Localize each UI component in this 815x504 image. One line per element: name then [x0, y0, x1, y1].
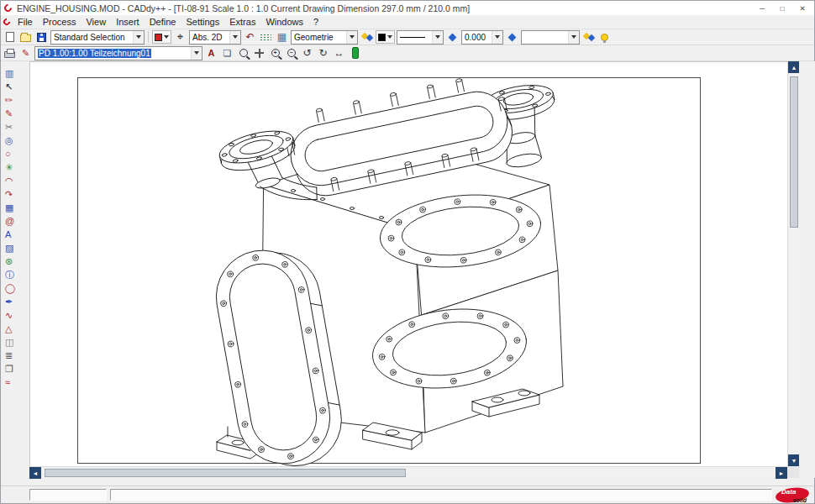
- construction-lines-button[interactable]: [259, 30, 273, 45]
- horizontal-scroll-thumb[interactable]: [45, 469, 406, 477]
- solid-tool-icon[interactable]: ◫: [1, 335, 26, 349]
- undo-icon: ↶: [245, 31, 254, 43]
- layer-indicator: [348, 46, 362, 60]
- copy-view-button[interactable]: ❏: [220, 46, 234, 60]
- polygon-tool-icon[interactable]: △: [1, 322, 26, 335]
- view-options-icon[interactable]: ⊛: [1, 255, 26, 268]
- chevron-down-icon: [136, 35, 141, 39]
- rotate-ccw-icon: ↺: [302, 47, 311, 59]
- line-style-dropdown[interactable]: [432, 31, 443, 44]
- rotate-view-cw-button[interactable]: ↻: [316, 46, 330, 60]
- line-style-combo[interactable]: [397, 30, 444, 45]
- cut-tool-icon[interactable]: ✂: [1, 120, 26, 134]
- grid-tool-icon[interactable]: ▦: [1, 201, 26, 214]
- info-tool-icon[interactable]: ⓘ: [1, 268, 26, 281]
- measure-button[interactable]: ↔: [332, 46, 346, 60]
- chevron-down-icon: [350, 35, 355, 39]
- selection-mode-combo[interactable]: Standard Selection: [50, 30, 145, 45]
- pencil-draw-icon[interactable]: ✏: [1, 93, 26, 107]
- minimize-button[interactable]: ─: [752, 2, 772, 14]
- title-bar: ENGINE_HOUSING.MOD - CADdy++ - [TI-08-91…: [1, 1, 814, 15]
- rotate-view-ccw-button[interactable]: ↺: [300, 46, 314, 60]
- pencil-edit-icon[interactable]: ✎: [1, 107, 26, 120]
- zoom-select-button[interactable]: [236, 46, 250, 60]
- point-tool-icon[interactable]: ✳: [1, 160, 26, 174]
- arc-tool-icon[interactable]: ◠: [1, 174, 26, 187]
- text-tool-icon[interactable]: A: [1, 228, 26, 241]
- pan-button[interactable]: [252, 46, 266, 60]
- pages-tool-icon[interactable]: ❐: [1, 362, 26, 375]
- pen-combo[interactable]: [521, 30, 580, 45]
- coordinate-mode-dropdown[interactable]: [229, 31, 240, 44]
- light-bulb-icon: [601, 34, 608, 41]
- menu-insert[interactable]: Insert: [111, 15, 145, 29]
- curve-tool-icon[interactable]: ↷: [1, 187, 26, 201]
- group-name-combo[interactable]: Geometrie: [291, 30, 358, 45]
- menu-settings[interactable]: Settings: [181, 15, 224, 29]
- freehand-tool-icon[interactable]: ∿: [1, 308, 26, 322]
- pen-color-dropdown[interactable]: [152, 30, 171, 44]
- menu-process[interactable]: Process: [38, 15, 82, 29]
- undo-button[interactable]: ↶: [243, 30, 257, 45]
- attributes-button[interactable]: [581, 30, 596, 45]
- selection-mode-value: Standard Selection: [54, 33, 131, 42]
- line-width-indicator-button[interactable]: [445, 30, 460, 45]
- new-file-button[interactable]: [3, 30, 17, 45]
- layer-colors-button[interactable]: [360, 30, 374, 45]
- print-button[interactable]: [3, 46, 17, 60]
- pan-cross-icon: [255, 49, 264, 58]
- document-menu-icon[interactable]: [2, 17, 11, 26]
- save-button[interactable]: [34, 30, 49, 45]
- menu-windows[interactable]: Windows: [260, 15, 308, 29]
- maximize-button[interactable]: □: [772, 2, 792, 14]
- menu-define[interactable]: Define: [145, 15, 181, 29]
- pen-tool-icon[interactable]: ✒: [1, 295, 26, 308]
- pen-dropdown[interactable]: [568, 31, 579, 44]
- snap-target-button[interactable]: ⌖: [173, 30, 187, 45]
- line-color-dropdown[interactable]: [376, 30, 395, 44]
- zoom-in-button[interactable]: +: [268, 46, 282, 60]
- grid-icon: ▦: [277, 31, 287, 43]
- active-drawing-combo[interactable]: PD 1.00:1.00 Teilzeichnung01: [34, 46, 202, 60]
- measure-icon: ↔: [334, 47, 344, 59]
- status-field-coordinates: [29, 489, 107, 501]
- group-name-value: Geometrie: [294, 33, 344, 42]
- scroll-down-button[interactable]: ▼: [788, 454, 800, 466]
- save-icon: [37, 33, 46, 42]
- scroll-left-button[interactable]: ◄: [29, 467, 41, 479]
- brightness-button[interactable]: [597, 30, 612, 45]
- menu-extras[interactable]: Extras: [224, 15, 260, 29]
- annotate-button[interactable]: A: [204, 46, 218, 60]
- edit-drawing-button[interactable]: ✎: [18, 46, 33, 60]
- select-cursor-icon[interactable]: ↖: [1, 80, 26, 93]
- target-icon: ⌖: [177, 30, 183, 44]
- group-name-dropdown[interactable]: [346, 31, 357, 44]
- wave-tool-icon[interactable]: ≈: [1, 375, 26, 389]
- layers-tool-icon[interactable]: ≣: [1, 349, 26, 362]
- drawing-canvas[interactable]: [29, 61, 787, 466]
- snap-target-icon[interactable]: ◎: [1, 134, 26, 147]
- spiral-tool-icon[interactable]: @: [1, 214, 26, 228]
- line-width-dropdown[interactable]: [492, 31, 502, 44]
- vertical-scroll-thumb[interactable]: [790, 76, 798, 228]
- menu-file[interactable]: File: [13, 15, 38, 29]
- circle-tool-icon[interactable]: ○: [1, 147, 26, 160]
- menu-view[interactable]: View: [81, 15, 111, 29]
- grid-toggle-button[interactable]: ▦: [275, 30, 289, 45]
- zoom-out-button[interactable]: −: [284, 46, 298, 60]
- selection-mode-dropdown[interactable]: [133, 31, 144, 44]
- scroll-right-button[interactable]: ►: [776, 467, 787, 479]
- menu-help[interactable]: ?: [308, 15, 323, 29]
- ellipse-tool-icon[interactable]: ◯: [1, 281, 26, 295]
- scroll-up-button[interactable]: ▲: [788, 61, 800, 73]
- scrollbar-corner: [787, 466, 799, 478]
- active-drawing-dropdown[interactable]: [191, 47, 202, 60]
- pen-indicator-button[interactable]: [505, 30, 519, 45]
- coordinate-mode-combo[interactable]: Abs. 2D: [189, 30, 241, 45]
- line-width-combo[interactable]: 0.000: [461, 30, 503, 45]
- close-button[interactable]: ✕: [792, 2, 812, 14]
- open-file-button[interactable]: [18, 30, 33, 45]
- hatch-tool-icon[interactable]: ▨: [1, 241, 26, 255]
- zoom-out-icon: −: [287, 49, 296, 57]
- plot-view-icon[interactable]: ▥: [1, 66, 26, 80]
